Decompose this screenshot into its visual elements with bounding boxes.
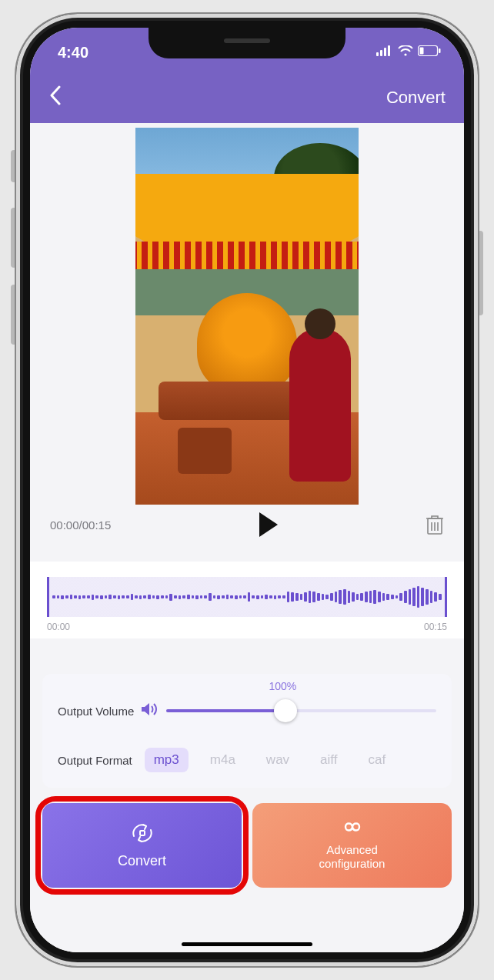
action-buttons-row: Convert Advanced configuration (42, 803, 452, 888)
wifi-icon (398, 45, 413, 59)
convert-icon (129, 822, 155, 847)
waveform-editor[interactable]: // placeholder - bars generated below vi… (47, 577, 447, 617)
svg-rect-7 (439, 48, 441, 53)
app-header: Convert (30, 72, 464, 123)
svg-rect-3 (388, 45, 390, 56)
battery-icon (418, 45, 441, 59)
svg-rect-6 (420, 48, 424, 55)
device-notch (149, 28, 345, 58)
output-volume-label: Output Volume (58, 705, 134, 718)
format-option-caf[interactable]: caf (359, 748, 395, 772)
svg-rect-0 (376, 52, 379, 56)
status-time: 4:40 (58, 44, 88, 62)
format-option-mp3[interactable]: mp3 (145, 748, 189, 772)
video-preview-section: 00:00/00:15 (30, 123, 464, 548)
waveform-end-label: 00:15 (424, 622, 447, 632)
output-format-label: Output Format (58, 754, 132, 767)
content-area: 00:00/00:15 // placeholder - bars genera… (30, 123, 464, 952)
format-option-wav[interactable]: wav (257, 748, 299, 772)
infinity-icon (339, 820, 366, 837)
output-settings-card: Output Volume 100% Output Format mp3 m4a… (42, 674, 452, 788)
delete-button[interactable] (426, 514, 444, 535)
advanced-config-button[interactable]: Advanced configuration (252, 803, 452, 888)
header-title: Convert (386, 88, 446, 108)
format-option-aiff[interactable]: aiff (311, 748, 346, 772)
format-option-m4a[interactable]: m4a (201, 748, 245, 772)
waveform-start-label: 00:00 (47, 622, 70, 632)
convert-button[interactable]: Convert (42, 803, 242, 888)
svg-rect-1 (380, 50, 382, 56)
video-thumbnail[interactable] (135, 128, 359, 505)
volume-slider[interactable]: 100% (166, 695, 436, 726)
home-indicator[interactable] (182, 942, 312, 946)
back-button[interactable] (48, 85, 62, 111)
svg-point-4 (404, 53, 406, 55)
screen: 4:40 Convert (30, 28, 464, 952)
waveform-section: // placeholder - bars generated below vi… (30, 562, 464, 638)
volume-percent-label: 100% (269, 680, 297, 692)
convert-button-label: Convert (118, 853, 166, 869)
svg-rect-2 (384, 48, 386, 56)
svg-rect-9 (140, 831, 145, 835)
volume-icon (142, 702, 159, 720)
video-time-display: 00:00/00:15 (50, 518, 111, 532)
signal-icon (376, 45, 393, 59)
device-power-button (477, 231, 483, 315)
device-frame: 4:40 Convert (16, 14, 478, 966)
advanced-button-label: Advanced configuration (319, 843, 386, 871)
play-button[interactable] (258, 512, 279, 537)
